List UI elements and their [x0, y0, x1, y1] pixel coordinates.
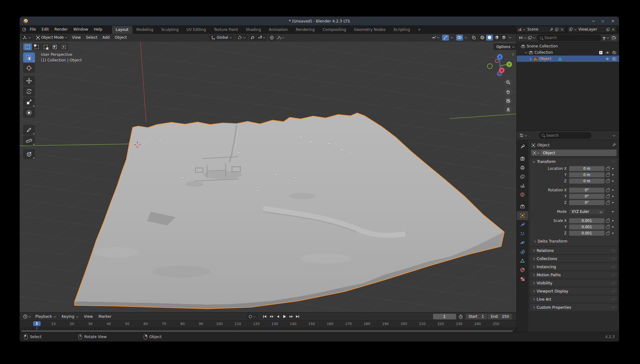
navigation-gizmo[interactable]: Z Y X: [487, 54, 512, 76]
terrain-object[interactable]: [75, 113, 504, 309]
tab-material[interactable]: [517, 265, 528, 274]
unlink-scene-icon[interactable]: [560, 27, 564, 32]
object-name-value[interactable]: Object: [541, 150, 617, 156]
current-frame-indicator[interactable]: 1: [33, 321, 41, 326]
orthographic-toggle-button[interactable]: [504, 105, 512, 114]
scale-x-input[interactable]: 0.001: [569, 218, 604, 223]
drag-grip-icon[interactable]: ∷∷: [611, 160, 615, 163]
tool-transform-button[interactable]: [23, 108, 35, 118]
drag-grip-icon[interactable]: ∷∷: [611, 265, 615, 268]
transform-panel-header[interactable]: Transform ∷∷: [530, 158, 618, 165]
lock-button[interactable]: [604, 166, 611, 170]
proportional-editing-button[interactable]: [268, 35, 275, 41]
pivot-point-selector[interactable]: [236, 35, 248, 41]
minimize-icon[interactable]: [592, 20, 595, 22]
outliner-search-input[interactable]: Search: [537, 35, 601, 41]
view-layer-selector[interactable]: ViewLayer: [567, 26, 617, 33]
tab-texture[interactable]: [517, 274, 528, 283]
drag-grip-icon[interactable]: ∷∷: [611, 298, 615, 301]
show-overlays-button[interactable]: [456, 35, 463, 41]
tab-sculpting[interactable]: Sculpting: [157, 26, 182, 34]
select-set-button[interactable]: [23, 43, 32, 50]
menu-file[interactable]: File: [27, 25, 39, 34]
options-button[interactable]: Options: [494, 43, 516, 50]
menu-help[interactable]: Help: [91, 25, 105, 34]
lock-button[interactable]: [604, 188, 611, 192]
shading-rendered-button[interactable]: [500, 35, 507, 41]
panel-visibility[interactable]: Visibility∷∷: [530, 279, 618, 287]
location-z-input[interactable]: 0 m: [569, 179, 604, 184]
animate-button[interactable]: [611, 202, 615, 203]
panel-instancing[interactable]: Instancing∷∷: [530, 263, 618, 270]
select-subtract-button[interactable]: [42, 43, 50, 50]
tool-add-cube-button[interactable]: [23, 149, 35, 159]
timeline-ruler[interactable]: 1 10203040506070809010011012013014015016…: [20, 321, 516, 327]
select-intersect-button[interactable]: [60, 43, 68, 50]
rotation-y-input[interactable]: 0°: [569, 194, 604, 199]
tool-annotate-button[interactable]: [23, 125, 35, 135]
expand-icon[interactable]: [529, 57, 531, 60]
hide-viewport-eye-icon[interactable]: [605, 57, 609, 60]
location-x-input[interactable]: 0 m: [569, 166, 604, 171]
display-mode-selector[interactable]: [519, 36, 526, 40]
tool-scale-button[interactable]: [23, 97, 35, 107]
prev-keyframe-button[interactable]: [268, 314, 274, 319]
remove-view-layer-icon[interactable]: [611, 27, 615, 32]
toggle-xray-button[interactable]: [470, 35, 477, 41]
menu-window[interactable]: Window: [71, 25, 91, 34]
tab-physics[interactable]: [517, 238, 528, 247]
tab-shading[interactable]: Shading: [242, 26, 265, 34]
tab-modeling[interactable]: Modeling: [133, 26, 157, 34]
drag-grip-icon[interactable]: ∷∷: [611, 273, 615, 277]
lock-button[interactable]: [604, 219, 611, 223]
tab-uv-editing[interactable]: UV Editing: [183, 26, 210, 34]
menu-render[interactable]: Render: [52, 25, 71, 34]
animate-button[interactable]: [611, 196, 615, 197]
properties-editor-type-button[interactable]: [519, 133, 527, 137]
animate-button[interactable]: [611, 226, 615, 228]
drag-grip-icon[interactable]: ∷∷: [611, 257, 615, 260]
lock-button[interactable]: [604, 225, 611, 229]
timeline-tick-strip[interactable]: [20, 327, 516, 330]
next-keyframe-button[interactable]: [288, 314, 294, 319]
outliner-row-collection[interactable]: Collection: [517, 49, 619, 56]
properties-search-input[interactable]: Search: [539, 132, 591, 139]
camera-view-button[interactable]: [504, 96, 512, 105]
tab-tool[interactable]: [517, 142, 528, 151]
disable-render-camera-icon[interactable]: [612, 51, 616, 54]
select-extend-button[interactable]: [32, 43, 41, 50]
expand-icon[interactable]: [525, 51, 527, 54]
lock-button[interactable]: [604, 200, 611, 204]
tab-output[interactable]: [517, 163, 528, 172]
panel-collections[interactable]: Collections∷∷: [530, 255, 618, 262]
tab-render[interactable]: [517, 154, 528, 163]
lock-button[interactable]: [604, 231, 611, 235]
collection-checkbox[interactable]: [599, 51, 603, 54]
new-view-layer-icon[interactable]: [606, 27, 610, 32]
animate-button[interactable]: [611, 211, 615, 212]
maximize-icon[interactable]: [602, 19, 604, 23]
tab-geometry-nodes[interactable]: Geometry Nodes: [350, 26, 389, 34]
shading-wireframe-button[interactable]: [479, 35, 486, 41]
timeline-editor-type-button[interactable]: [22, 314, 32, 319]
animate-button[interactable]: [611, 189, 615, 191]
blender-menu-icon[interactable]: [22, 27, 26, 32]
hide-viewport-eye-icon[interactable]: [605, 51, 609, 54]
close-icon[interactable]: [611, 18, 615, 23]
tab-scripting[interactable]: Scripting: [390, 26, 414, 34]
editor-type-button[interactable]: [21, 35, 33, 41]
shading-solid-button[interactable]: [486, 35, 493, 41]
pin-icon[interactable]: [549, 27, 554, 32]
panel-line-art[interactable]: Line Art∷∷: [530, 296, 618, 303]
shading-material-button[interactable]: [493, 35, 500, 41]
jump-to-start-button[interactable]: [262, 314, 268, 319]
disable-render-camera-icon[interactable]: [612, 57, 616, 60]
scale-z-input[interactable]: 0.001: [569, 231, 604, 236]
menu-timeline-view[interactable]: View: [81, 314, 96, 319]
drag-grip-icon[interactable]: ∷∷: [611, 281, 615, 285]
scale-y-input[interactable]: 0.001: [569, 224, 604, 229]
show-gizmo-button[interactable]: [442, 35, 449, 41]
filter-button[interactable]: [603, 37, 609, 39]
location-y-input[interactable]: 0 m: [569, 172, 604, 177]
tool-measure-button[interactable]: [23, 135, 35, 145]
